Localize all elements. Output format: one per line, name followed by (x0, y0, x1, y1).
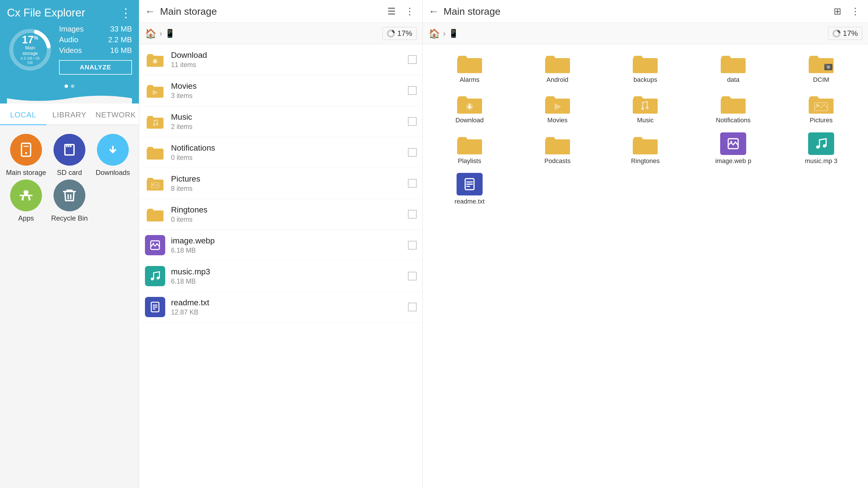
tab-network[interactable]: NETWORK (93, 103, 139, 125)
middle-more-options-icon[interactable]: ⋮ (403, 5, 416, 18)
file-item-download[interactable]: Download 11 items (139, 44, 423, 75)
file-name-image: image.webp (171, 236, 402, 246)
right-back-button[interactable]: ← (429, 5, 439, 18)
grid-item-ringtones[interactable]: Ringtones (601, 128, 689, 169)
file-item-pictures[interactable]: Pictures 8 items (139, 168, 423, 199)
device-icon[interactable]: 📱 (165, 29, 175, 38)
grid-file-icon-image (720, 132, 746, 155)
app-title: Cx File Explorer (7, 7, 85, 19)
checkbox-notifications[interactable] (408, 148, 416, 157)
file-item-music-mp3[interactable]: music.mp3 6.18 MB (139, 261, 423, 292)
grid-item-notifications[interactable]: Notifica­tions (689, 88, 777, 128)
grid-item-readme[interactable]: readme.txt (426, 169, 514, 209)
checkbox-pictures[interactable] (408, 179, 416, 188)
svg-point-26 (151, 278, 154, 281)
tab-library[interactable]: LIBRARY (46, 103, 93, 125)
grid-item-android[interactable]: Android (514, 47, 601, 88)
grid-item-music-mp3[interactable]: music.mp 3 (777, 128, 865, 169)
checkbox-audio[interactable] (408, 272, 416, 281)
checkbox-image[interactable] (408, 241, 416, 250)
file-info-download: Download 11 items (171, 51, 402, 69)
right-breadcrumb: 🏠 › 📱 17% (423, 23, 868, 44)
svg-point-36 (827, 66, 830, 68)
file-item-readme[interactable]: readme.txt 12.87 KB (139, 292, 423, 323)
file-item-movies[interactable]: Movies 3 items (139, 75, 423, 106)
grid-item-pictures[interactable]: Pictures (777, 88, 865, 128)
file-info-notifications: Notifications 0 items (171, 143, 402, 162)
file-name-audio: music.mp3 (171, 267, 402, 276)
checkbox-movies[interactable] (408, 86, 416, 95)
main-storage-icon (10, 134, 42, 166)
grid-item-alarms[interactable]: Alarms (426, 47, 514, 88)
grid-label-data: data (727, 76, 740, 84)
grid-view: Alarms Android backups data (423, 44, 868, 488)
right-more-options-icon[interactable]: ⋮ (848, 5, 862, 18)
file-meta-readme: 12.87 KB (171, 308, 402, 316)
grid-item-image-webp[interactable]: image.web p (689, 128, 777, 169)
svg-line-13 (29, 195, 29, 200)
grid-view-icon[interactable]: ⊞ (831, 5, 844, 18)
right-home-icon[interactable]: 🏠 (429, 28, 440, 39)
file-info-pictures: Pictures 8 items (171, 174, 402, 193)
grid-label-readme: readme.txt (455, 198, 485, 205)
grid-item-backups[interactable]: backups (601, 47, 689, 88)
checkbox-music[interactable] (408, 117, 416, 126)
grid-item-movies[interactable]: Movies (514, 88, 601, 128)
file-icon-audio (145, 266, 165, 286)
tab-local[interactable]: LOCAL (0, 103, 46, 125)
images-row: Images 33 MB (59, 25, 132, 34)
apps-label: Apps (18, 214, 34, 222)
grid-label-android: Android (547, 76, 568, 84)
main-storage-label: Main storage (6, 168, 46, 176)
file-name-ringtones: Ringtones (171, 205, 402, 215)
nav-main-storage[interactable]: Main storage (6, 134, 46, 176)
more-options-icon[interactable]: ⋮ (120, 6, 132, 20)
grid-file-icon-audio (808, 132, 834, 155)
storage-card: 17% Main storage 4.5 GB / 26 GB Images 3… (7, 25, 132, 80)
grid-item-data[interactable]: data (689, 47, 777, 88)
list-view-icon[interactable]: ☰ (385, 5, 398, 18)
svg-point-40 (641, 107, 644, 110)
svg-rect-3 (24, 146, 29, 147)
svg-rect-37 (825, 64, 827, 66)
file-meta-music: 2 items (171, 123, 402, 131)
back-button[interactable]: ← (145, 5, 155, 18)
file-item-ringtones[interactable]: Ringtones 0 items (139, 199, 423, 230)
grid-label-music-mp3: music.mp 3 (805, 157, 837, 165)
right-storage-percent: 17% (843, 29, 858, 38)
checkbox-download[interactable] (408, 55, 416, 64)
grid-item-download[interactable]: Download (426, 88, 514, 128)
folder-icon-notifications (145, 142, 165, 162)
home-icon[interactable]: 🏠 (145, 28, 157, 39)
file-name-pictures: Pictures (171, 174, 402, 184)
dot-2 (71, 85, 74, 88)
grid-label-podcasts: Podcasts (544, 157, 570, 165)
file-info-movies: Movies 3 items (171, 82, 402, 100)
file-name-music: Music (171, 112, 402, 122)
grid-label-dcim: DCIM (813, 76, 829, 84)
file-item-music[interactable]: Music 2 items (139, 106, 423, 137)
nav-recycle-bin[interactable]: Recycle Bin (49, 180, 90, 222)
file-meta-notifications: 0 items (171, 154, 402, 162)
right-device-icon[interactable]: 📱 (448, 29, 459, 38)
file-item-notifications[interactable]: Notifications 0 items (139, 137, 423, 168)
file-item-image-webp[interactable]: image.webp 6.18 MB (139, 230, 423, 261)
tabs: LOCAL LIBRARY NETWORK (0, 103, 139, 125)
page-dots (7, 80, 132, 92)
grid-label-playlists: Playlists (458, 157, 482, 165)
checkbox-readme[interactable] (408, 303, 416, 312)
file-meta-movies: 3 items (171, 92, 402, 100)
checkbox-ringtones[interactable] (408, 210, 416, 219)
grid-item-dcim[interactable]: DCIM (777, 47, 865, 88)
svg-point-4 (25, 152, 27, 154)
nav-sd-card[interactable]: SD card (49, 134, 90, 176)
analyze-button[interactable]: ANALYZE (59, 60, 132, 74)
grid-item-playlists[interactable]: Playlists (426, 128, 514, 169)
nav-downloads[interactable]: Downloads (93, 134, 133, 176)
grid-item-music[interactable]: Music (601, 88, 689, 128)
nav-apps[interactable]: Apps (6, 180, 46, 222)
audio-row: Audio 2.2 MB (59, 35, 132, 44)
file-info-music: Music 2 items (171, 112, 402, 131)
grid-item-podcasts[interactable]: Podcasts (514, 128, 601, 169)
folder-icon-music (145, 111, 165, 132)
